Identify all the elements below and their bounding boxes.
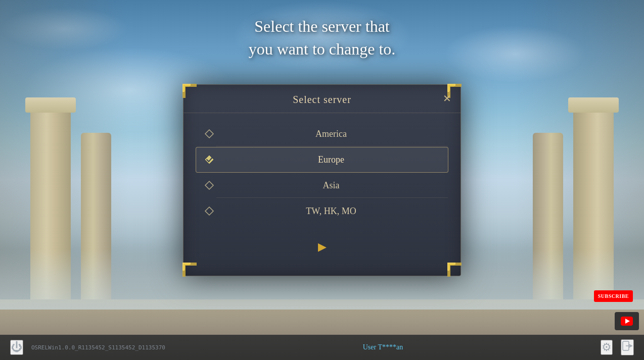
- svg-marker-8: [183, 264, 190, 270]
- svg-marker-11: [448, 264, 454, 270]
- server-item-america[interactable]: America: [196, 121, 448, 147]
- bottom-right-section: ⚙: [601, 339, 634, 355]
- diamond-icon-asia: [204, 180, 214, 190]
- server-select-modal: Select server ✕ America Europe: [183, 84, 461, 276]
- modal-header: Select server ✕: [183, 85, 461, 113]
- server-name-asia: Asia: [222, 180, 440, 191]
- cursor-icon: ▶: [318, 240, 327, 253]
- close-button[interactable]: ✕: [443, 93, 451, 104]
- bottom-center-section: User T****an: [363, 343, 403, 351]
- modal-footer: ▶: [183, 232, 461, 266]
- server-item-europe[interactable]: Europe: [196, 147, 448, 173]
- youtube-icon: [621, 317, 633, 326]
- settings-button[interactable]: ⚙: [601, 340, 613, 355]
- logout-button[interactable]: [621, 339, 634, 355]
- server-list: America Europe Asia: [183, 113, 461, 232]
- corner-decoration-br: [447, 263, 462, 277]
- server-name-america: America: [222, 129, 440, 139]
- youtube-area: SUBSCRIBE: [615, 312, 639, 332]
- power-button[interactable]: ⏻: [10, 340, 23, 355]
- diamond-icon-twhkmo: [204, 206, 214, 216]
- modal-title: Select server: [293, 94, 351, 105]
- server-item-asia[interactable]: Asia: [196, 173, 448, 198]
- subscribe-badge[interactable]: SUBSCRIBE: [594, 290, 633, 302]
- diamond-icon-america: [204, 129, 214, 139]
- bottom-bar: ⏻ OSRELWin1.0.0_R1135452_S1135452_D11353…: [0, 335, 644, 360]
- corner-decoration-bl: [182, 263, 197, 277]
- server-name-twhkmo: TW, HK, MO: [222, 206, 440, 217]
- svg-marker-14: [205, 181, 213, 189]
- svg-marker-15: [205, 207, 213, 215]
- version-text: OSRELWin1.0.0_R1135452_S1135452_D1135370: [31, 344, 165, 351]
- logout-icon: [622, 340, 633, 351]
- modal-overlay: Select server ✕ America Europe: [0, 0, 644, 360]
- user-text[interactable]: User T****an: [363, 343, 403, 351]
- bottom-left-section: ⏻ OSRELWin1.0.0_R1135452_S1135452_D11353…: [10, 340, 165, 355]
- server-name-europe: Europe: [222, 155, 440, 165]
- svg-marker-12: [205, 130, 213, 138]
- diamond-icon-europe: [204, 155, 214, 165]
- server-item-twhkmo[interactable]: TW, HK, MO: [196, 198, 448, 224]
